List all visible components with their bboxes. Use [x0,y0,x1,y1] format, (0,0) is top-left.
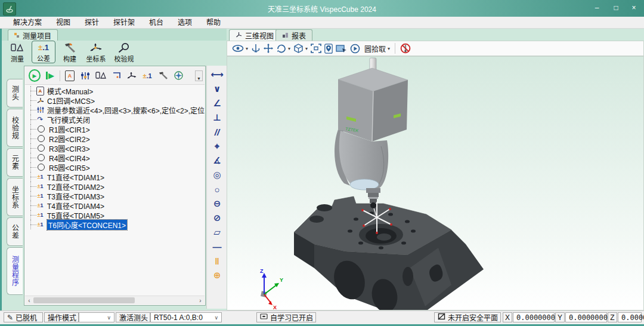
dropdown-caret-icon[interactable]: ▾ [388,46,390,51]
minimize-button[interactable]: – [588,0,606,16]
measure-ribbon-button[interactable]: 测量 [5,41,29,63]
viewport-3d[interactable]: TZTEK [227,56,644,310]
self-learning-icon [260,313,268,322]
tree-item-mode[interactable]: A 模式<Manual> [28,86,205,96]
scroll-right-arrow[interactable]: › [197,297,204,304]
rotate-view-button[interactable] [276,42,286,54]
chevron-down-icon: ∨ [107,315,111,321]
coord-y-value: 0.0000000 [565,312,607,322]
tree-item-tolerance-selected[interactable]: ±1 T6同心度<TCONCEN1> [28,220,205,229]
tree-item-tolerance[interactable]: ±1 T3直径<TDIAM3> [28,191,205,201]
menu-options[interactable]: 选项 [171,17,199,29]
op-mode-dropdown[interactable]: ∨ [79,312,114,322]
circularity-icon[interactable]: ○ [209,183,225,196]
concentricity-icon[interactable]: ◎ [209,168,225,182]
locate-pin-button[interactable] [324,42,333,54]
tab-gauge[interactable]: 校验规 [7,109,23,147]
self-learning-status[interactable]: 自学习已开启 [256,312,316,322]
tree-item-circle[interactable]: R2圆<CIR2> [28,134,205,143]
symmetry-circle-icon[interactable]: ⊖ [209,197,225,210]
tolerance-ribbon-button[interactable]: ±.1 公差 [32,41,55,63]
scroll-left-arrow[interactable]: ‹ [26,297,33,304]
tree-item-tolerance[interactable]: ±1 T4直径<TDIAM4> [28,201,205,210]
tab-report[interactable]: 报表 [275,29,312,41]
project-icon [14,33,20,38]
angularity-icon[interactable]: ∡ [209,154,225,167]
perpendicularity-icon[interactable]: ⊥ [209,111,225,124]
stop-prohibit-button[interactable] [400,42,411,54]
axis-z-label: Z [260,268,264,274]
true-position-icon[interactable]: ⊕ [209,269,225,282]
tree-item-circle[interactable]: R1圆<CIR1> [28,124,205,134]
op-mode-label: 操作模式 [44,312,79,322]
tree-horizontal-scrollbar[interactable]: ‹ › [25,296,205,305]
radius-icon[interactable]: ⊘ [209,211,225,224]
position-icon[interactable]: ⌖ [209,140,225,153]
coord-x-label: X [503,312,512,322]
tab-element[interactable]: 元素 [7,148,23,177]
tolerance-icon: ±1 [36,221,44,229]
tree-item-tolerance[interactable]: ±1 T2直径<TDIAM2> [28,182,205,191]
toolbar-overflow-button[interactable]: ▼ [195,70,203,81]
menu-probe[interactable]: 探针 [78,17,106,29]
orbit-rotate-button[interactable] [251,42,261,54]
view-visibility-button[interactable] [232,42,244,54]
zoom-fit-button[interactable] [311,42,321,54]
menu-probe-rack[interactable]: 探针架 [106,17,142,29]
profile-tolerance-icon[interactable]: ∨ [209,82,225,96]
tree-item-fly-mode[interactable]: ↷ 飞行模式关闭 [28,115,205,124]
dropdown-caret-icon[interactable]: ▾ [246,46,248,51]
tab-program[interactable]: 测量程序 [7,247,23,295]
coordsys-build-button[interactable] [126,70,138,82]
coordsys-ribbon-button[interactable]: 坐标系 [84,41,108,63]
step-run-button[interactable]: ▶ [44,70,56,82]
gauge-check-button[interactable] [172,70,184,82]
safety-plane-status[interactable]: 未开启安全平面 [434,312,501,322]
circle-icon [38,144,45,152]
construct-ribbon-button[interactable]: 构建 [58,41,82,63]
tree-item-circle[interactable]: R5圆<CIR5> [28,162,205,172]
tab-3d-view[interactable]: 三维视图 [229,29,280,41]
parallel-lines-icon[interactable]: ‖ [209,254,225,267]
straightness-icon[interactable]: — [209,240,225,253]
dropdown-caret-icon[interactable]: ▾ [305,46,308,51]
tolerance-add-button[interactable]: ±.1 [141,70,153,82]
corner-feature-button[interactable] [110,70,122,82]
parameters-button[interactable] [79,70,91,82]
dropdown-caret-icon[interactable]: ▾ [288,46,290,51]
distance-tolerance-icon[interactable]: ⟷ [209,68,225,81]
menu-help[interactable]: 帮助 [199,17,228,29]
tab-coordsys[interactable]: 坐标系 [7,178,23,216]
measure-project-tab[interactable]: 测量项目 [8,29,58,41]
tree-item-recall[interactable]: C1回调<MCS> [28,96,205,105]
circle-pick-button[interactable] [350,42,360,54]
tree-item-tolerance[interactable]: ±1 T5直径<TDIAM5> [28,210,205,220]
tolerance-icon: ±1 [36,211,44,219]
scrollbar-thumb[interactable] [33,297,135,303]
gauge-ribbon-button[interactable]: 校验规 [110,41,138,63]
tree-item-circle[interactable]: R3圆<CIR3> [28,143,205,153]
menu-machine[interactable]: 机台 [142,17,171,29]
maximize-button[interactable]: □ [607,0,625,16]
measure-element-button[interactable] [95,70,107,82]
pan-button[interactable] [264,42,273,54]
angle-tolerance-icon[interactable]: ∠ [209,97,225,110]
construct-add-button[interactable] [157,70,169,82]
axis-y-label: Y [280,277,283,283]
tree-item-circle[interactable]: R4圆<CIR4> [28,153,205,162]
flatness-icon[interactable]: ▱ [209,226,225,239]
menu-view[interactable]: 视图 [49,17,78,29]
close-button[interactable]: × [625,0,643,16]
window-select-button[interactable] [336,42,347,54]
active-probe-dropdown[interactable]: RT50-1 A:0,B:0 ∨ [150,312,222,322]
tab-probe[interactable]: 测头 [7,79,23,107]
menu-solution[interactable]: 解决方案 [6,17,49,29]
label-button[interactable]: A [64,70,76,82]
tree-item-tolerance[interactable]: ±1 T1直径<TDIAM1> [28,172,205,182]
run-program-button[interactable]: ▶ [29,70,41,82]
tree-item-params[interactable]: 测量参数逼近<4>,回退<3>,搜索<6>,定位<2>,定位加<2>,测 [28,105,205,115]
tab-tolerance[interactable]: 公差 [7,217,23,246]
side-tab-strip: 测头 校验规 元素 坐标系 公差 测量程序 [2,66,24,309]
view-cube-button[interactable] [293,42,304,54]
parallelism-icon[interactable]: // [209,125,225,139]
